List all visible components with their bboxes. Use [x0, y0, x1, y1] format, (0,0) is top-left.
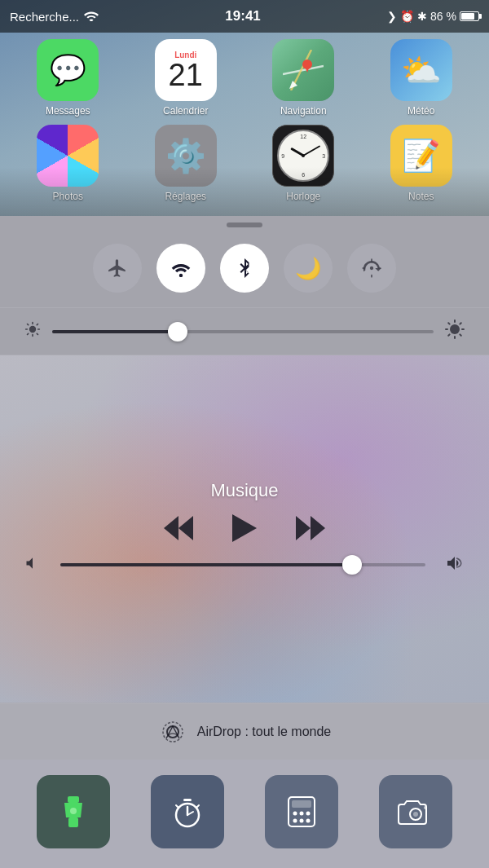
music-title: Musique	[210, 480, 278, 501]
alarm-icon: ⏰	[400, 10, 414, 23]
play-button[interactable]	[232, 514, 257, 542]
meteo-icon: ⛅	[390, 39, 452, 101]
clock-label: Horloge	[286, 191, 320, 202]
svg-marker-13	[311, 516, 325, 540]
svg-point-6	[370, 267, 373, 270]
playback-controls	[164, 514, 325, 542]
volume-slider[interactable]	[60, 563, 425, 566]
donotdisturb-toggle[interactable]: 🌙	[284, 244, 333, 293]
clock-icon: 12 6 9 3	[272, 125, 334, 187]
svg-point-8	[450, 324, 460, 334]
volume-min-icon	[24, 555, 41, 575]
calendar-date: 21	[169, 59, 203, 90]
airdrop-section[interactable]: AirDrop : tout le monde	[0, 703, 489, 760]
rotation-toggle[interactable]	[347, 244, 396, 293]
meteo-label: Météo	[408, 105, 434, 117]
volume-max-icon	[445, 555, 465, 575]
bluetooth-toggle[interactable]	[220, 244, 269, 293]
svg-rect-24	[183, 799, 192, 801]
svg-point-20	[70, 808, 77, 814]
location-icon: ❯	[387, 10, 397, 23]
photos-label: Photos	[53, 191, 83, 202]
app-photos[interactable]: Photos	[13, 125, 123, 202]
volume-thumb[interactable]	[342, 555, 362, 575]
svg-marker-11	[232, 514, 257, 542]
brightness-fill	[52, 330, 178, 333]
status-right: ❯ ⏰ ✱ 86 %	[387, 10, 479, 23]
airdrop-icon	[158, 717, 187, 747]
svg-marker-12	[296, 516, 311, 540]
bluetooth-icon: ✱	[417, 10, 427, 23]
svg-marker-10	[164, 516, 178, 540]
app-messages[interactable]: 💬 Messages	[13, 39, 123, 117]
next-button[interactable]	[296, 516, 325, 540]
app-clock[interactable]: 12 6 9 3 Horloge	[249, 125, 359, 202]
svg-point-31	[306, 812, 311, 816]
svg-marker-9	[178, 516, 193, 540]
airplane-toggle[interactable]	[93, 244, 142, 293]
svg-point-34	[306, 819, 311, 823]
calculator-button[interactable]	[265, 775, 338, 848]
handle-bar	[227, 223, 262, 227]
settings-icon: ⚙️	[155, 125, 217, 187]
battery-label: 86 %	[430, 10, 456, 23]
app-settings[interactable]: ⚙️ Réglages	[131, 125, 241, 202]
svg-point-30	[300, 812, 304, 816]
brightness-max-icon	[445, 319, 465, 343]
notes-icon: 📝	[390, 125, 452, 187]
svg-point-29	[293, 812, 297, 816]
calendar-label: Calendrier	[163, 105, 208, 117]
wifi-toggle[interactable]	[156, 244, 205, 293]
svg-point-32	[293, 819, 297, 823]
status-left: Recherche...	[10, 10, 99, 24]
status-bar: Recherche... 19:41 ❯ ⏰ ✱ 86 %	[0, 0, 489, 33]
toggle-row: 🌙	[0, 231, 489, 308]
status-time: 19:41	[225, 8, 260, 24]
volume-fill	[60, 563, 352, 566]
prev-button[interactable]	[164, 516, 193, 540]
svg-line-25	[176, 805, 178, 808]
bottom-toolbar	[0, 760, 489, 868]
settings-label: Réglages	[165, 191, 206, 202]
brightness-row	[0, 308, 489, 355]
brightness-thumb[interactable]	[168, 322, 187, 341]
svg-point-14	[167, 726, 178, 738]
drag-handle[interactable]	[0, 216, 489, 231]
app-navigation[interactable]: Navigation	[249, 39, 359, 117]
svg-line-26	[196, 805, 199, 808]
brightness-min-icon	[24, 321, 41, 341]
flashlight-button[interactable]	[37, 775, 110, 848]
svg-point-33	[300, 819, 304, 823]
svg-point-5	[179, 274, 183, 277]
volume-row	[24, 555, 465, 579]
calendar-icon: Lundi 21	[155, 39, 217, 101]
app-notes[interactable]: 📝 Notes	[367, 125, 477, 202]
camera-button[interactable]	[379, 775, 452, 848]
photos-icon	[37, 125, 99, 187]
navigation-icon	[272, 39, 334, 101]
messages-label: Messages	[46, 105, 90, 117]
svg-point-7	[29, 326, 36, 333]
notes-label: Notes	[408, 191, 434, 202]
messages-icon: 💬	[37, 39, 99, 101]
svg-rect-28	[292, 800, 311, 808]
search-label: Recherche...	[10, 10, 79, 24]
music-section: Musique	[0, 355, 489, 703]
battery-icon	[460, 11, 479, 21]
navigation-label: Navigation	[280, 105, 327, 117]
control-center: 🌙 Musique	[0, 216, 489, 868]
wifi-status-icon	[84, 10, 99, 24]
app-calendar[interactable]: Lundi 21 Calendrier	[131, 39, 241, 117]
brightness-slider[interactable]	[52, 330, 434, 333]
app-meteo[interactable]: ⛅ Météo	[367, 39, 477, 117]
timer-button[interactable]	[151, 775, 224, 848]
svg-point-37	[424, 806, 427, 809]
svg-rect-16	[68, 796, 79, 803]
svg-point-36	[413, 812, 418, 817]
airdrop-label: AirDrop : tout le monde	[197, 725, 332, 739]
